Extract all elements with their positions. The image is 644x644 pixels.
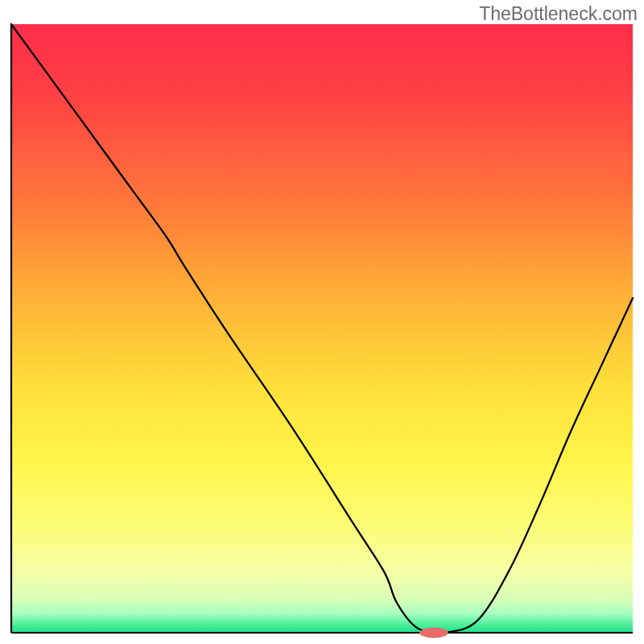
chart-svg	[0, 0, 644, 644]
bottleneck-chart: TheBottleneck.com	[0, 0, 644, 644]
chart-background	[11, 24, 633, 633]
optimal-marker	[419, 628, 448, 638]
